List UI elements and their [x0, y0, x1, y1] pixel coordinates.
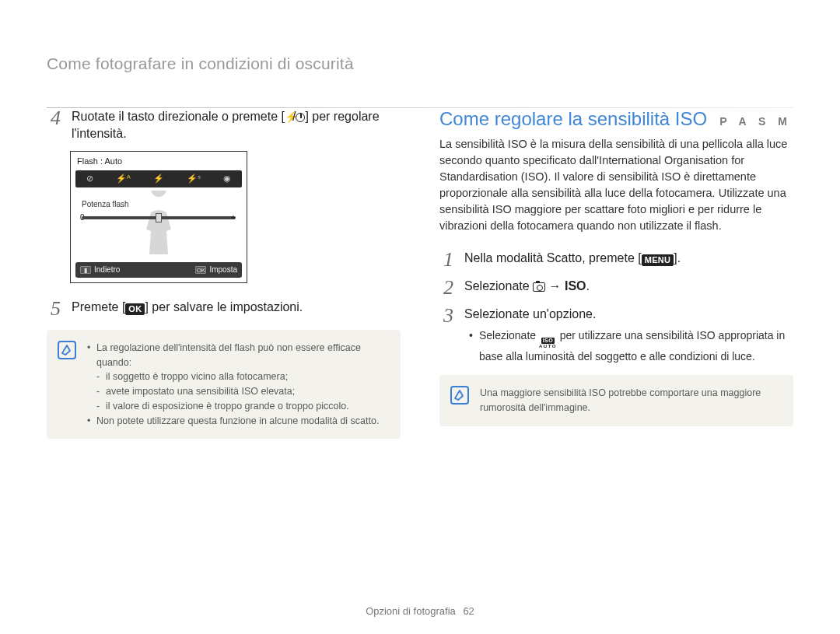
ok-icon: OK — [195, 266, 206, 274]
step3-sub: • Selezionate ISOAUTO per utilizzare una… — [464, 328, 793, 364]
flash-power-slider: 0 + — [82, 214, 236, 222]
camera-lcd-preview: Flash : Auto ⊘ ⚡ᴬ ⚡ ⚡ˢ ◉ Potenza flash 0… — [70, 151, 247, 283]
step-number: 3 — [439, 306, 453, 326]
step5-part-b: ] per salvare le impostazioni. — [145, 300, 303, 313]
flash-slow-icon: ⚡ˢ — [187, 173, 201, 184]
step-5: 5 Premete [OK] per salvare le impostazio… — [47, 299, 401, 319]
lcd-option-label: Potenza flash — [82, 200, 129, 208]
step3-text: Selezionate un'opzione. — [464, 307, 596, 321]
lcd-top-label: Flash : Auto — [71, 152, 247, 166]
step-1: 1 Nella modalità Scatto, premete [MENU]. — [439, 250, 793, 270]
note-body: Una maggiore sensibilità ISO potrebbe co… — [480, 386, 781, 415]
lcd-back-button: ▮ Indietro — [80, 265, 120, 274]
step-text: Ruotate il tasto direzionale o premete [… — [72, 108, 401, 143]
page-footer: Opzioni di fotografia 62 — [0, 605, 840, 617]
step-number: 5 — [47, 299, 61, 319]
dot: . — [586, 279, 590, 292]
section-paragraph: La sensibilità ISO è la misura della sen… — [439, 136, 793, 234]
page-number: 62 — [463, 605, 474, 617]
lcd-set-button: OK Imposta — [195, 265, 237, 274]
lcd-flash-mode-row: ⊘ ⚡ᴬ ⚡ ⚡ˢ ◉ — [75, 170, 242, 187]
subject-silhouette — [128, 191, 190, 261]
flash-auto-icon: ⚡ᴬ — [116, 173, 131, 184]
slider-knob — [156, 213, 162, 222]
step1-part-b: ]. — [674, 251, 681, 264]
note-line: Non potete utilizzare questa funzione in… — [87, 414, 388, 429]
section-title: Come regolare la sensibilità ISO — [439, 108, 707, 130]
arrow: → — [545, 279, 565, 292]
step1-part-a: Nella modalità Scatto, premete [ — [464, 251, 642, 264]
menu-key-icon: MENU — [642, 254, 674, 266]
note-icon — [450, 386, 469, 405]
note-line: il valore di esposizione è troppo grande… — [87, 399, 388, 414]
iso-auto-icon: ISOAUTO — [539, 338, 557, 348]
step-number: 2 — [439, 278, 453, 298]
note-line: La regolazione dell'intensità del flash … — [87, 341, 388, 370]
iso-label: ISO — [565, 279, 586, 292]
timer-icon — [296, 113, 305, 122]
step4-part-a: Ruotate il tasto direzionale o premete [ — [72, 110, 285, 123]
flash-off-icon: ⊘ — [86, 173, 93, 184]
note-box-left: La regolazione dell'intensità del flash … — [47, 330, 401, 440]
lcd-back-label: Indietro — [94, 265, 120, 274]
note-icon — [58, 341, 76, 359]
footer-section: Opzioni di fotografia — [366, 605, 456, 617]
step2-part-a: Selezionate — [464, 279, 533, 292]
step-3: 3 Selezionate un'opzione. • Selezionate … — [439, 306, 793, 364]
page: Come fotografare in condizioni di oscuri… — [0, 0, 840, 634]
step-2: 2 Selezionate → ISO. — [439, 278, 793, 298]
note-box-right: Una maggiore sensibilità ISO potrebbe co… — [439, 375, 793, 426]
note-body: La regolazione dell'intensità del flash … — [87, 341, 388, 429]
flash-icon: ⚡ — [285, 110, 292, 125]
step-number: 1 — [439, 250, 453, 270]
bullet-icon: • — [469, 328, 473, 364]
slider-max: + — [231, 213, 239, 222]
right-column: Come regolare la sensibilità ISO P A S M… — [439, 108, 793, 439]
camera-icon — [533, 282, 545, 292]
step-text: Premete [OK] per salvare le impostazioni… — [72, 299, 303, 316]
note-line: avete impostato una sensibilità ISO elev… — [87, 384, 388, 399]
flash-on-icon: ⚡ — [153, 173, 164, 184]
section-title-row: Come regolare la sensibilità ISO P A S M — [439, 108, 793, 130]
step5-part-a: Premete [ — [72, 300, 125, 313]
lcd-set-label: Imposta — [209, 265, 237, 274]
step-text: Nella modalità Scatto, premete [MENU]. — [464, 250, 681, 267]
step-text: Selezionate un'opzione. • Selezionate IS… — [464, 306, 793, 364]
ok-key-icon: OK — [125, 303, 145, 315]
step-text: Selezionate → ISO. — [464, 278, 590, 295]
step3-sub-a: Selezionate — [479, 329, 539, 342]
redeye-icon: ◉ — [223, 173, 231, 184]
step-number: 4 — [47, 108, 61, 128]
step-4: 4 Ruotate il tasto direzionale o premete… — [47, 108, 401, 143]
left-column: 4 Ruotate il tasto direzionale o premete… — [47, 108, 401, 439]
lcd-bottom-bar: ▮ Indietro OK Imposta — [75, 262, 242, 278]
note-text: Una maggiore sensibilità ISO potrebbe co… — [480, 387, 761, 413]
breadcrumb: Come fotografare in condizioni di oscuri… — [47, 54, 793, 78]
mode-indicators: P A S M — [719, 115, 792, 128]
back-icon: ▮ — [80, 266, 91, 274]
content-columns: 4 Ruotate il tasto direzionale o premete… — [47, 108, 793, 439]
page-header: Come fotografare in condizioni di oscuri… — [47, 54, 793, 108]
note-line: il soggetto è troppo vicino alla fotocam… — [87, 370, 388, 384]
